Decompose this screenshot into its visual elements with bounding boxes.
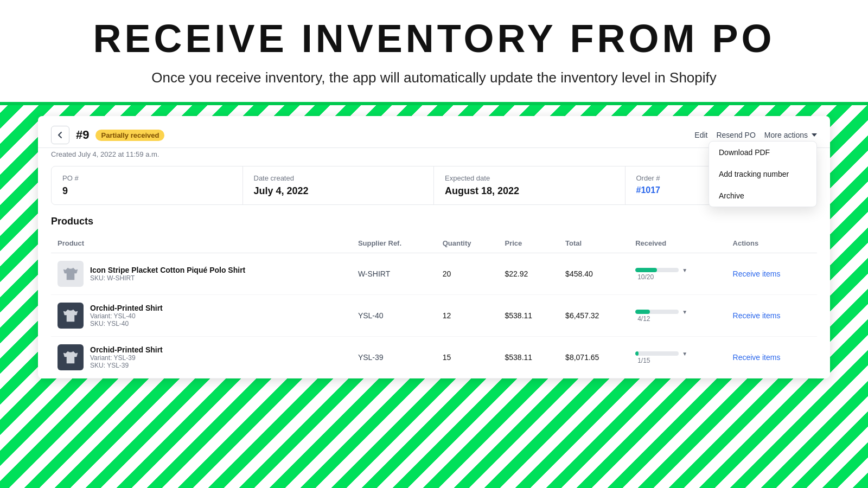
product-name: Icon Stripe Placket Cotton Piqué Polo Sh… (90, 266, 245, 274)
progress-dropdown-icon[interactable]: ▼ (682, 309, 687, 315)
card-header: #9 Partially received Edit Resend PO Mor… (38, 116, 830, 148)
product-cell: Orchid-Printed Shirt Variant: YSL-40 SKU… (51, 295, 352, 337)
page-title: RECEIVE INVENTORY FROM PO (11, 16, 857, 61)
progress-bar-wrapper (635, 310, 679, 314)
product-image (58, 261, 84, 287)
dropdown-archive[interactable]: Archive (709, 185, 816, 207)
col-actions: Actions (726, 234, 817, 253)
top-banner: RECEIVE INVENTORY FROM PO Once you recei… (0, 0, 868, 105)
expected-date-cell: Expected date August 18, 2022 (434, 166, 626, 204)
received-cell: ▼ 1/15 (629, 337, 726, 378)
receive-items-button[interactable]: Receive items (733, 353, 781, 362)
col-supplier-ref: Supplier Ref. (352, 234, 436, 253)
progress-container: ▼ (635, 351, 719, 357)
col-received: Received (629, 234, 726, 253)
product-variant: Variant: YSL-39 (90, 354, 163, 362)
actions-cell: Receive items (726, 337, 817, 378)
total-cell: $458.40 (559, 253, 629, 295)
expected-date-label: Expected date (445, 174, 614, 182)
col-total: Total (559, 234, 629, 253)
edit-button[interactable]: Edit (694, 127, 707, 143)
more-actions-button[interactable]: More actions (764, 127, 817, 143)
po-number-label: PO # (62, 174, 232, 182)
price-cell: $538.11 (499, 295, 559, 337)
products-title: Products (51, 216, 817, 227)
back-button[interactable] (51, 126, 69, 144)
progress-bar-wrapper (635, 351, 679, 356)
po-number: #9 (76, 128, 89, 142)
progress-bar-fill (635, 268, 657, 272)
dropdown-menu: Download PDF Add tracking number Archive (709, 141, 817, 207)
received-count: 1/15 (637, 357, 719, 364)
date-created-label: Date created (254, 174, 423, 182)
product-image (58, 344, 84, 370)
po-number-value: 9 (62, 185, 232, 197)
page-subtitle: Once you receive inventory, the app will… (11, 67, 857, 88)
received-cell: ▼ 10/20 (629, 253, 726, 295)
product-info: Icon Stripe Placket Cotton Piqué Polo Sh… (58, 261, 345, 287)
product-cell: Icon Stripe Placket Cotton Piqué Polo Sh… (51, 253, 352, 295)
main-card: #9 Partially received Edit Resend PO Mor… (38, 116, 830, 378)
total-cell: $6,457.32 (559, 295, 629, 337)
progress-bar-fill (635, 351, 639, 356)
supplier-ref-cell: W-SHIRT (352, 253, 436, 295)
product-name: Orchid-Printed Shirt (90, 345, 163, 354)
expected-date-value: August 18, 2022 (445, 185, 614, 197)
col-price: Price (499, 234, 559, 253)
product-name: Orchid-Printed Shirt (90, 304, 163, 312)
po-number-cell: PO # 9 (52, 166, 243, 204)
table-row: Orchid-Printed Shirt Variant: YSL-40 SKU… (51, 295, 817, 337)
header-actions: Edit Resend PO More actions (694, 127, 817, 143)
progress-container: ▼ (635, 267, 719, 273)
date-created-cell: Date created July 4, 2022 (243, 166, 435, 204)
product-cell: Orchid-Printed Shirt Variant: YSL-39 SKU… (51, 337, 352, 378)
progress-bar-wrapper (635, 268, 679, 272)
price-cell: $538.11 (499, 337, 559, 378)
product-sku: SKU: W-SHIRT (90, 274, 245, 282)
col-quantity: Quantity (436, 234, 499, 253)
received-count: 4/12 (637, 315, 719, 323)
product-info: Orchid-Printed Shirt Variant: YSL-39 SKU… (58, 344, 345, 370)
products-table: Product Supplier Ref. Quantity Price Tot… (51, 234, 817, 378)
product-sku: SKU: YSL-39 (90, 362, 163, 369)
table-row: Icon Stripe Placket Cotton Piqué Polo Sh… (51, 253, 817, 295)
supplier-ref-cell: YSL-39 (352, 337, 436, 378)
dropdown-add-tracking[interactable]: Add tracking number (709, 163, 816, 185)
price-cell: $22.92 (499, 253, 559, 295)
table-row: Orchid-Printed Shirt Variant: YSL-39 SKU… (51, 337, 817, 378)
progress-bar-fill (635, 310, 649, 314)
product-sku: SKU: YSL-40 (90, 320, 163, 328)
product-details: Orchid-Printed Shirt Variant: YSL-39 SKU… (90, 345, 163, 369)
supplier-ref-cell: YSL-40 (352, 295, 436, 337)
product-image (58, 303, 84, 329)
total-cell: $8,071.65 (559, 337, 629, 378)
product-details: Orchid-Printed Shirt Variant: YSL-40 SKU… (90, 304, 163, 328)
quantity-cell: 20 (436, 253, 499, 295)
po-info-grid: PO # 9 Date created July 4, 2022 Expecte… (51, 166, 817, 205)
quantity-cell: 15 (436, 337, 499, 378)
date-created-value: July 4, 2022 (254, 185, 423, 197)
status-badge: Partially received (95, 130, 164, 141)
progress-container: ▼ (635, 309, 719, 315)
receive-items-button[interactable]: Receive items (733, 311, 781, 320)
quantity-cell: 12 (436, 295, 499, 337)
actions-cell: Receive items (726, 253, 817, 295)
products-section: Products Product Supplier Ref. Quantity … (38, 216, 830, 378)
product-info: Orchid-Printed Shirt Variant: YSL-40 SKU… (58, 303, 345, 329)
product-details: Icon Stripe Placket Cotton Piqué Polo Sh… (90, 266, 245, 282)
receive-items-button[interactable]: Receive items (733, 269, 781, 278)
progress-dropdown-icon[interactable]: ▼ (682, 267, 687, 273)
dropdown-download-pdf[interactable]: Download PDF (709, 142, 816, 163)
col-product: Product (51, 234, 352, 253)
chevron-down-icon (812, 133, 817, 137)
actions-cell: Receive items (726, 295, 817, 337)
received-count: 10/20 (637, 273, 719, 281)
resend-po-button[interactable]: Resend PO (716, 127, 755, 143)
progress-dropdown-icon[interactable]: ▼ (682, 351, 687, 357)
product-variant: Variant: YSL-40 (90, 312, 163, 320)
received-cell: ▼ 4/12 (629, 295, 726, 337)
